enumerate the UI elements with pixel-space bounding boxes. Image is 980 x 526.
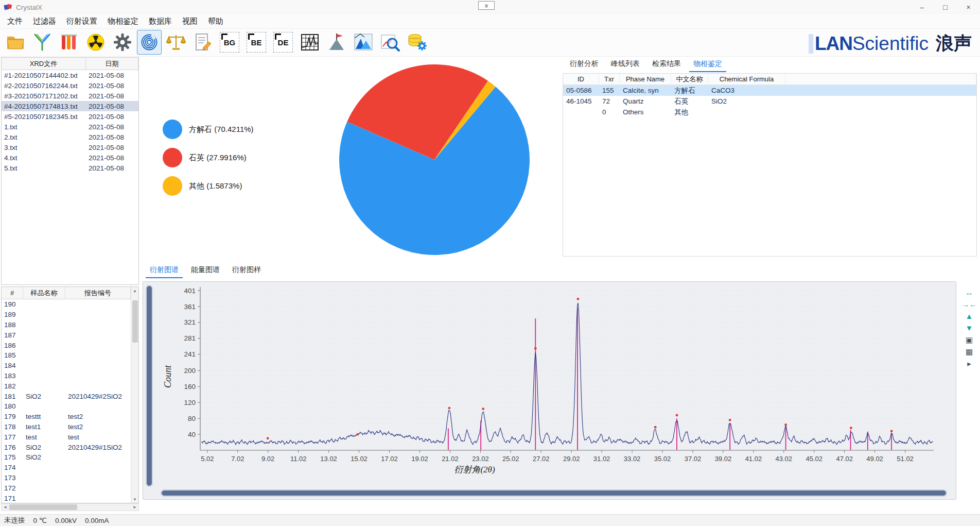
file-row[interactable]: #1-20210507144402.txt2021-05-08 [2, 70, 138, 80]
sample-row[interactable]: 171 [2, 493, 138, 503]
file-cell: 2.txt [2, 133, 86, 141]
sample-row[interactable]: 174 [2, 463, 138, 473]
file-row[interactable]: #4-20210507174813.txt2021-05-08 [2, 101, 138, 111]
play-icon[interactable]: ▸ [967, 360, 971, 367]
phase-row[interactable]: 05-0586155Calcite, syn方解石CaCO3 [563, 85, 976, 96]
column-header[interactable]: Chemical Formula [708, 74, 785, 84]
column-header[interactable]: XRD文件 [2, 58, 86, 70]
report-edit-icon[interactable] [190, 30, 215, 55]
sample-row[interactable]: 187 [2, 330, 138, 340]
bg-badge-icon[interactable]: BG [217, 30, 242, 55]
spectrum-tab-2[interactable]: 衍射图样 [228, 264, 265, 278]
sample-row[interactable]: 183 [2, 371, 138, 381]
sample-row[interactable]: 189 [2, 310, 138, 320]
column-header[interactable]: 报告编号 [65, 287, 131, 299]
data-grid-icon[interactable]: ▦ [966, 348, 973, 355]
sample-row[interactable]: 182 [2, 381, 138, 391]
sample-row[interactable]: 175SiO2 [2, 452, 138, 463]
cloud-database-icon[interactable] [405, 30, 429, 55]
file-row[interactable]: 1.txt2021-05-08 [2, 122, 138, 132]
mountain-chart-icon[interactable] [351, 30, 376, 55]
sample-row[interactable]: 178test1test2 [2, 422, 138, 432]
file-row[interactable]: 2.txt2021-05-08 [2, 132, 138, 142]
column-header[interactable]: Phase Name [620, 74, 671, 84]
radiation-source-icon[interactable] [83, 30, 108, 55]
scroll-up-icon[interactable]: ▲ [131, 287, 138, 294]
spectrum-tab-0[interactable]: 衍射图谱 [146, 264, 183, 278]
sample-row[interactable]: 185 [2, 350, 138, 361]
floating-panel-button[interactable]: ≡ [478, 1, 495, 10]
horizontal-scrollbar-thumb[interactable] [9, 504, 77, 510]
flag-mountain-icon[interactable] [324, 30, 349, 55]
scroll-left-icon[interactable]: ◄ [2, 504, 9, 511]
column-header[interactable]: ID [563, 74, 599, 84]
sample-row[interactable]: 176SiO220210429#1SiO2 [2, 442, 138, 452]
file-row[interactable]: #5-20210507182345.txt2021-05-08 [2, 111, 138, 122]
file-row[interactable]: #2-20210507162244.txt2021-05-08 [2, 80, 138, 91]
sample-cell: 187 [2, 331, 23, 339]
de-badge-icon[interactable]: DE [271, 30, 295, 55]
menu-item-1[interactable]: 过滤器 [28, 14, 61, 28]
sample-row[interactable]: 186 [2, 340, 138, 350]
menu-item-6[interactable]: 帮助 [203, 14, 229, 28]
column-header[interactable]: 样品名称 [23, 287, 65, 299]
fullscreen-icon[interactable]: ▣ [966, 336, 973, 344]
vertical-range-thumb[interactable] [147, 286, 152, 486]
phase-tab-1[interactable]: 峰线列表 [607, 58, 644, 72]
scroll-down-icon[interactable]: ▼ [131, 496, 138, 503]
menu-item-0[interactable]: 文件 [2, 14, 28, 28]
sample-vertical-scrollbar[interactable]: ▲ ▼ [131, 287, 138, 503]
grid-chart-icon[interactable] [297, 30, 322, 55]
sample-row[interactable]: 172 [2, 483, 138, 493]
left-horizontal-scrollbar[interactable]: ◄ ► [1, 503, 139, 511]
file-row[interactable]: 3.txt2021-05-08 [2, 142, 138, 152]
file-row[interactable]: 4.txt2021-05-08 [2, 152, 138, 163]
test-tubes-icon[interactable] [57, 30, 81, 55]
phase-tab-0[interactable]: 衍射分析 [566, 58, 603, 72]
horizontal-range-thumb[interactable] [162, 490, 946, 496]
sample-row[interactable]: 184 [2, 361, 138, 371]
phase-row[interactable]: 0Others其他 [563, 107, 976, 117]
scroll-right-icon[interactable]: ► [131, 504, 138, 511]
menu-item-5[interactable]: 视图 [177, 14, 203, 28]
sample-row[interactable]: 177testtest [2, 432, 138, 442]
sample-row[interactable]: 181SiO220210429#2SiO2 [2, 391, 138, 401]
column-header[interactable]: 中文名称 [671, 74, 708, 84]
close-button[interactable]: × [957, 0, 980, 14]
vertical-scrollbar-thumb[interactable] [132, 300, 138, 343]
menu-item-3[interactable]: 物相鉴定 [102, 14, 144, 28]
maximize-button[interactable]: □ [934, 0, 957, 14]
search-chart-icon[interactable] [378, 30, 402, 55]
balance-icon[interactable] [164, 30, 188, 55]
spectrum-tab-1[interactable]: 能量图谱 [187, 264, 224, 278]
column-header[interactable]: 日期 [86, 58, 138, 70]
phase-tab-2[interactable]: 检索结果 [648, 58, 685, 72]
sample-cell: SiO2 [23, 393, 65, 400]
file-row[interactable]: 5.txt2021-05-08 [2, 163, 138, 173]
file-row[interactable]: #3-20210507171202.txt2021-05-08 [2, 91, 138, 101]
open-folder-icon[interactable] [3, 30, 28, 55]
collapse-horizontal-icon[interactable]: →← [961, 300, 977, 308]
be-badge-icon[interactable]: BE [244, 30, 269, 55]
sample-row[interactable]: 180 [2, 401, 138, 412]
minimize-button[interactable]: – [911, 0, 934, 14]
settings-gear-icon[interactable] [110, 30, 135, 55]
menu-item-4[interactable]: 数据库 [144, 14, 177, 28]
sample-row[interactable]: 190 [2, 299, 138, 310]
sample-row[interactable]: 179testtttest2 [2, 412, 138, 422]
vertical-range-slider[interactable] [146, 285, 153, 487]
column-header[interactable]: # [2, 287, 23, 299]
sample-row[interactable]: 173 [2, 473, 138, 483]
pan-down-icon[interactable]: ▼ [966, 324, 973, 332]
horizontal-range-slider[interactable] [161, 489, 947, 497]
fingerprint-phase-id-icon[interactable] [137, 30, 162, 55]
column-header[interactable]: Txr [599, 74, 620, 84]
menu-item-2[interactable]: 衍射设置 [61, 14, 102, 28]
expand-horizontal-icon[interactable]: ↔ [966, 289, 973, 296]
sample-row[interactable]: 188 [2, 320, 138, 330]
phase-row[interactable]: 46-104572Quartz石英SiO2 [563, 96, 976, 107]
svg-text:35.02: 35.02 [654, 455, 671, 463]
pan-up-icon[interactable]: ▲ [966, 312, 973, 320]
filter-icon[interactable] [30, 30, 55, 55]
phase-tab-3[interactable]: 物相鉴定 [689, 58, 726, 72]
